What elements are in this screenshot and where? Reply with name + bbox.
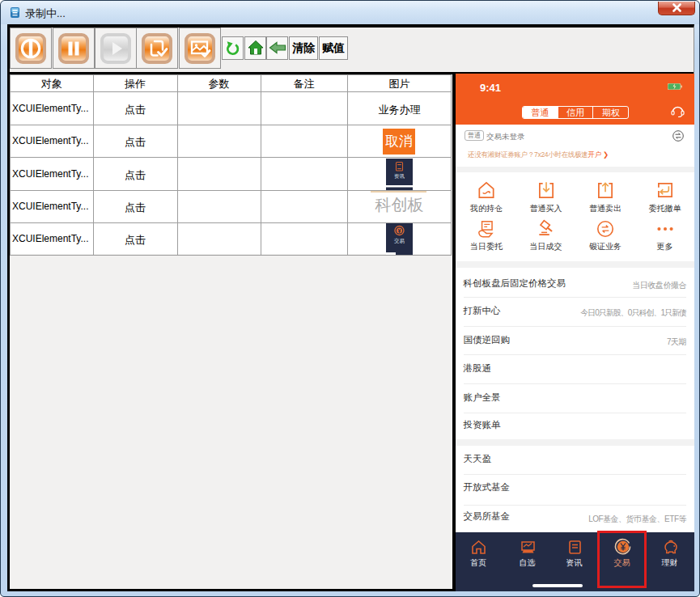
svg-text:交易: 交易 <box>394 238 405 244</box>
svg-text:¥: ¥ <box>398 228 401 234</box>
svg-text:资讯: 资讯 <box>394 173 405 179</box>
